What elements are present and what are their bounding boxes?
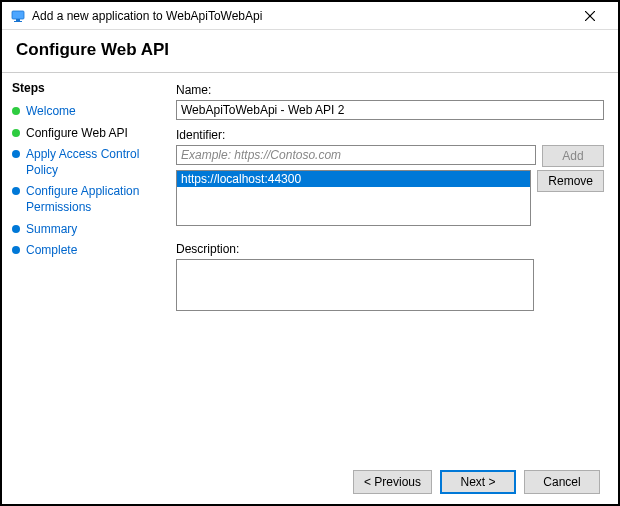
step-label: Complete (26, 243, 77, 259)
step-bullet-pending-icon (12, 225, 20, 233)
svg-rect-2 (14, 21, 22, 22)
svg-rect-0 (12, 11, 24, 19)
app-icon (10, 8, 26, 24)
identifier-list[interactable]: https://localhost:44300 (176, 170, 531, 226)
step-bullet-pending-icon (12, 150, 20, 158)
step-configure-web-api[interactable]: Configure Web API (12, 123, 170, 145)
identifier-input[interactable] (176, 145, 536, 165)
description-input[interactable] (176, 259, 534, 311)
description-label: Description: (176, 242, 604, 256)
next-button[interactable]: Next > (440, 470, 516, 494)
name-input[interactable] (176, 100, 604, 120)
previous-button[interactable]: < Previous (353, 470, 432, 494)
step-summary[interactable]: Summary (12, 219, 170, 241)
name-label: Name: (176, 83, 604, 97)
cancel-button[interactable]: Cancel (524, 470, 600, 494)
add-button[interactable]: Add (542, 145, 604, 167)
content-area: Steps Welcome Configure Web API Apply Ac… (2, 72, 618, 462)
step-configure-application-permissions[interactable]: Configure Application Permissions (12, 181, 170, 218)
step-apply-access-control-policy[interactable]: Apply Access Control Policy (12, 144, 170, 181)
window-title: Add a new application to WebApiToWebApi (32, 9, 570, 23)
step-label: Configure Web API (26, 126, 128, 142)
form-panel: Name: Identifier: Add https://localhost:… (170, 73, 618, 462)
step-welcome[interactable]: Welcome (12, 101, 170, 123)
close-button[interactable] (570, 4, 610, 28)
steps-sidebar: Steps Welcome Configure Web API Apply Ac… (2, 73, 170, 462)
step-bullet-pending-icon (12, 246, 20, 254)
step-bullet-pending-icon (12, 187, 20, 195)
identifier-list-item[interactable]: https://localhost:44300 (177, 171, 530, 187)
remove-button[interactable]: Remove (537, 170, 604, 192)
svg-rect-1 (16, 19, 20, 21)
step-label: Configure Application Permissions (26, 184, 166, 215)
sidebar-title: Steps (12, 81, 170, 95)
wizard-footer: < Previous Next > Cancel (353, 470, 600, 494)
title-bar: Add a new application to WebApiToWebApi (2, 2, 618, 30)
step-label: Summary (26, 222, 77, 238)
step-bullet-current-icon (12, 129, 20, 137)
step-label: Welcome (26, 104, 76, 120)
step-bullet-done-icon (12, 107, 20, 115)
step-complete[interactable]: Complete (12, 240, 170, 262)
identifier-label: Identifier: (176, 128, 604, 142)
page-heading: Configure Web API (2, 30, 618, 72)
step-label: Apply Access Control Policy (26, 147, 166, 178)
